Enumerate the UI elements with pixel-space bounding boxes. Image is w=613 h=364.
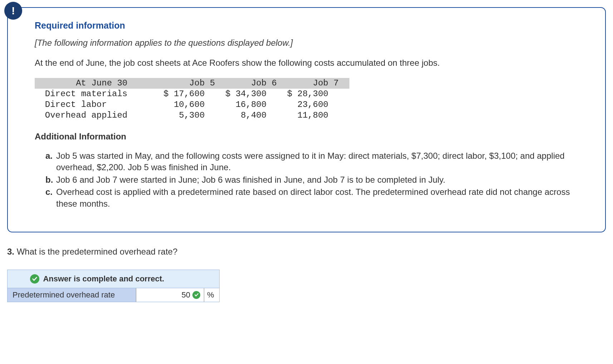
answer-box: Answer is complete and correct. Predeter… xyxy=(7,270,220,302)
question-number: 3. xyxy=(7,247,14,256)
answer-value-cell[interactable]: 50 xyxy=(136,288,204,302)
required-information-panel: Required information [The following info… xyxy=(7,7,606,232)
answer-label: Predetermined overhead rate xyxy=(8,288,136,302)
info-badge-icon: ! xyxy=(4,2,22,20)
list-item: a. Job 5 was started in May, and the fol… xyxy=(45,150,578,173)
list-text: Job 6 and Job 7 were started in June; Jo… xyxy=(56,175,445,185)
col3: Job 7 xyxy=(313,78,339,88)
cell: 10,600 xyxy=(174,100,205,109)
list-text: Overhead cost is applied with a predeter… xyxy=(56,187,570,208)
badge-symbol: ! xyxy=(11,5,15,17)
cell: 16,800 xyxy=(236,100,266,109)
cell: 23,600 xyxy=(298,100,328,109)
answer-header-text: Answer is complete and correct. xyxy=(43,274,164,284)
question-text: 3. What is the predetermined overhead ra… xyxy=(7,247,606,257)
list-marker: c. xyxy=(45,186,53,198)
info-list: a. Job 5 was started in May, and the fol… xyxy=(35,150,578,210)
cell: $ 17,600 xyxy=(163,89,205,99)
subtitle: [The following information applies to th… xyxy=(35,38,578,48)
list-item: c. Overhead cost is applied with a prede… xyxy=(45,186,578,210)
header-date: At June 30 xyxy=(76,78,127,88)
answer-value: 50 xyxy=(182,290,190,300)
list-marker: b. xyxy=(45,174,53,186)
list-text: Job 5 was started in May, and the follow… xyxy=(56,151,565,172)
cell: $ 34,300 xyxy=(225,89,266,99)
additional-info-title: Additional Information xyxy=(35,132,578,142)
question-body: What is the predetermined overhead rate? xyxy=(14,247,177,256)
costs-table: At June 30 Job 5 Job 6 Job 7 Direct mate… xyxy=(35,78,578,121)
answer-header: Answer is complete and correct. xyxy=(8,270,219,288)
cell: 8,400 xyxy=(241,110,266,120)
answer-row: Predetermined overhead rate 50 % xyxy=(8,288,219,302)
list-marker: a. xyxy=(45,150,53,162)
col1: Job 5 xyxy=(189,78,215,88)
cell: 5,300 xyxy=(179,110,205,120)
cell: 11,800 xyxy=(298,110,328,120)
answer-unit: % xyxy=(204,288,219,302)
required-title: Required information xyxy=(35,20,578,31)
check-icon xyxy=(30,274,39,284)
col2: Job 6 xyxy=(251,78,277,88)
intro-text: At the end of June, the job cost sheets … xyxy=(35,58,578,68)
list-item: b. Job 6 and Job 7 were started in June;… xyxy=(45,174,578,186)
row-label: Direct materials xyxy=(45,89,127,99)
check-icon xyxy=(192,291,200,299)
row-label: Overhead applied xyxy=(45,110,127,120)
row-label: Direct labor xyxy=(45,100,107,109)
cell: $ 28,300 xyxy=(287,89,328,99)
table-header-row: At June 30 Job 5 Job 6 Job 7 xyxy=(35,78,349,89)
